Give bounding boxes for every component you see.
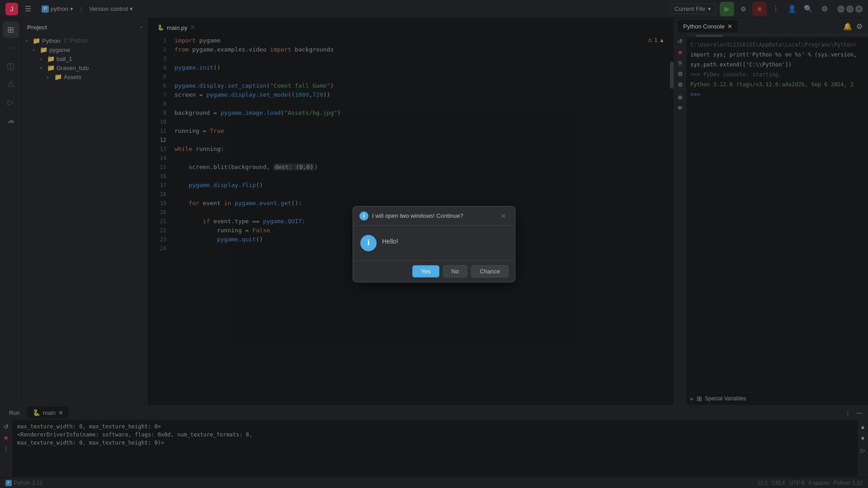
modal-title-icon: i [359, 211, 368, 221]
modal-info-icon: i [360, 235, 377, 251]
modal-dialog: i I will open two windows! Continue? ✕ i… [353, 206, 515, 282]
modal-title-text: I will open two windows! Continue? [372, 212, 495, 219]
modal-yes-button[interactable]: Yes [412, 265, 439, 277]
modal-footer: Yes No Chance [353, 260, 515, 282]
modal-title-bar: i I will open two windows! Continue? ✕ [353, 206, 515, 226]
modal-overlay: i I will open two windows! Continue? ✕ i… [0, 0, 868, 488]
modal-close-button[interactable]: ✕ [499, 211, 509, 221]
modal-body: i Hello! [353, 226, 515, 260]
modal-message: Hello! [382, 235, 398, 245]
modal-chance-button[interactable]: Chance [471, 265, 509, 277]
modal-no-button[interactable]: No [443, 265, 468, 277]
